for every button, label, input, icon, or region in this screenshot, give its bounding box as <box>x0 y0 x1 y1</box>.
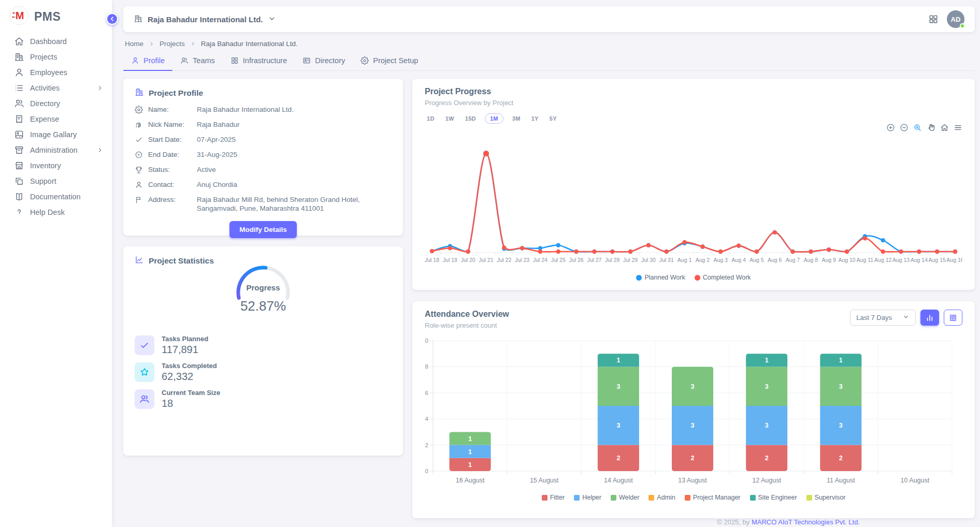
attendance-bar-chart: 024681016 August15 August14 August13 Aug… <box>425 332 962 490</box>
attendance-header: Attendance Overview Role-wise present co… <box>425 310 962 329</box>
sidebar-item-label: Directory <box>30 99 60 108</box>
svg-text:Jul 29: Jul 29 <box>623 257 638 263</box>
project-progress-title: Project Progress <box>425 87 962 96</box>
field-label: Status: <box>148 165 197 174</box>
stat-value: 18 <box>162 398 220 409</box>
statistics-list: Tasks Planned117,891Tasks Completed62,33… <box>135 335 392 409</box>
sidebar-item-projects[interactable]: Projects <box>0 49 112 65</box>
svg-text:Aug 15: Aug 15 <box>929 257 946 263</box>
breadcrumb-link-home[interactable]: Home <box>125 40 143 48</box>
project-profile-card: Project Profile Name:Raja Bahadur Intern… <box>123 79 403 236</box>
field-value: Raja Bahadur <box>197 120 392 129</box>
svg-text:Aug 12: Aug 12 <box>874 257 891 263</box>
range-1d[interactable]: 1D <box>425 114 437 123</box>
legend-planned-work[interactable]: Planned Work <box>636 274 685 281</box>
modify-details-button[interactable]: Modify Details <box>229 221 297 238</box>
sidebar-item-documentation[interactable]: Documentation <box>0 189 112 204</box>
tab-label: Infrastructure <box>243 56 287 65</box>
range-15d[interactable]: 15D <box>463 114 478 123</box>
tab-teams[interactable]: Teams <box>172 52 223 70</box>
tab-profile[interactable]: Profile <box>123 52 172 70</box>
legend-marker <box>695 275 700 281</box>
stat-tasks-planned: Tasks Planned117,891 <box>135 335 392 356</box>
sidebar-item-label: Administration <box>30 146 78 154</box>
tab-label: Teams <box>193 56 215 65</box>
brand[interactable]: M PMS <box>0 0 112 34</box>
profile-field-status: Status:Active <box>135 165 392 174</box>
legend-welder[interactable]: Welder <box>611 494 639 501</box>
sidebar-item-directory[interactable]: Directory <box>0 96 112 111</box>
legend-helper[interactable]: Helper <box>574 494 601 501</box>
legend-label: Helper <box>582 494 601 501</box>
chevron-right-icon <box>96 84 104 92</box>
legend-completed-work[interactable]: Completed Work <box>695 274 751 281</box>
tab-directory[interactable]: Directory <box>295 52 353 70</box>
reset-zoom-icon[interactable] <box>940 123 949 132</box>
sidebar-collapse-button[interactable] <box>106 13 118 25</box>
svg-text:Jul 24: Jul 24 <box>533 257 547 263</box>
svg-text:Aug 16: Aug 16 <box>946 257 962 263</box>
trophy-icon <box>135 166 143 174</box>
legend-label: Site Engineer <box>758 494 797 501</box>
svg-text:8: 8 <box>425 363 428 370</box>
sidebar-item-employees[interactable]: Employees <box>0 65 112 80</box>
legend-marker <box>636 275 642 281</box>
avatar[interactable]: AD <box>947 10 964 28</box>
sidebar-item-inventory[interactable]: Inventory <box>0 158 112 173</box>
sidebar-item-image-gallary[interactable]: Image Gallary <box>0 127 112 142</box>
legend-label: Admin <box>657 494 675 501</box>
tab-infrastructure[interactable]: Infrastructure <box>223 52 295 70</box>
range-3m[interactable]: 3M <box>510 114 523 123</box>
menu-icon[interactable] <box>954 123 962 132</box>
range-1y[interactable]: 1Y <box>529 114 541 123</box>
gauge-value: 52.87% <box>240 298 286 314</box>
legend-admin[interactable]: Admin <box>648 494 675 501</box>
range-1w[interactable]: 1W <box>443 114 456 123</box>
table-view-button[interactable] <box>944 310 962 326</box>
sidebar-item-expense[interactable]: Expense <box>0 111 112 127</box>
chevron-right-icon <box>148 40 155 47</box>
field-value: Active <box>197 165 392 174</box>
legend-label: Project Manager <box>693 494 741 501</box>
sidebar-item-support[interactable]: Support <box>0 173 112 189</box>
svg-text:2: 2 <box>616 455 620 462</box>
legend-marker <box>542 495 547 501</box>
breadcrumb-link-projects[interactable]: Projects <box>160 40 185 48</box>
svg-text:Jul 27: Jul 27 <box>587 257 601 263</box>
legend-label: Completed Work <box>703 274 751 281</box>
svg-text:3: 3 <box>765 383 769 390</box>
range-select[interactable]: Last 7 Days <box>850 310 916 326</box>
chart-toolbar <box>886 123 962 132</box>
apps-grid-icon[interactable] <box>928 14 939 24</box>
svg-text:1: 1 <box>765 357 769 364</box>
legend-marker <box>611 495 616 501</box>
stat-current-team-size: Current Team Size18 <box>135 389 392 409</box>
zoom-in-icon[interactable] <box>886 123 895 132</box>
range-1m[interactable]: 1M <box>485 113 503 124</box>
svg-text:M: M <box>16 10 24 21</box>
company-selector[interactable]: Raja Bahadur International Ltd. <box>134 14 276 25</box>
legend-project-manager[interactable]: Project Manager <box>685 494 741 501</box>
pan-icon[interactable] <box>927 123 935 132</box>
sidebar-item-administration[interactable]: Administration <box>0 142 112 158</box>
footer-text: © 2025, by <box>717 518 752 526</box>
sidebar-item-label: Employees <box>30 68 67 77</box>
zoom-out-icon[interactable] <box>900 123 909 132</box>
sidebar-item-help-desk[interactable]: Help Desk <box>0 204 112 220</box>
sidebar-item-dashboard[interactable]: Dashboard <box>0 34 112 49</box>
legend-supervisor[interactable]: Supervisor <box>806 494 846 501</box>
svg-text:3: 3 <box>839 422 843 429</box>
footer-link[interactable]: MARCO AIoT Technologies Pvt. Ltd. <box>752 518 860 526</box>
project-profile-title: Project Profile <box>149 89 203 98</box>
legend-fitter[interactable]: Fitter <box>542 494 565 501</box>
range-5y[interactable]: 5Y <box>547 114 559 123</box>
legend-site-engineer[interactable]: Site Engineer <box>750 494 797 501</box>
bar-view-button[interactable] <box>920 310 939 326</box>
svg-text:Aug 8: Aug 8 <box>804 257 818 263</box>
sidebar-item-activities[interactable]: Activities <box>0 80 112 96</box>
tab-project-setup[interactable]: Project Setup <box>353 52 426 70</box>
selection-zoom-icon[interactable] <box>913 123 922 132</box>
sidebar-nav: DashboardProjectsEmployeesActivitiesDire… <box>0 34 112 220</box>
tab-label: Project Setup <box>373 56 418 65</box>
svg-text:Aug 14: Aug 14 <box>911 257 928 263</box>
